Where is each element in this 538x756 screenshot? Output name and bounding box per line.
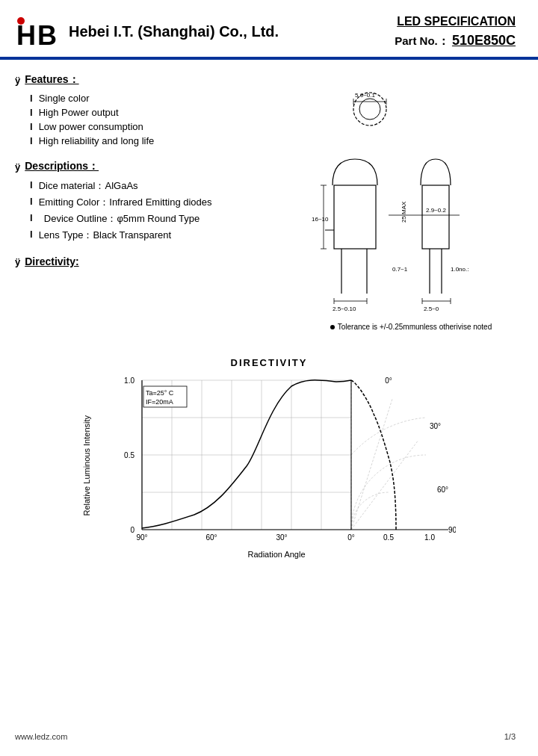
company-name: Hebei I.T. (Shanghai) Co., Ltd. (69, 23, 279, 40)
list-item: lLow power consumption (30, 121, 299, 132)
svg-text:5.6~0.1: 5.6~0.1 (355, 92, 375, 99)
svg-text:30°: 30° (430, 422, 441, 430)
svg-line-60 (351, 440, 418, 530)
directivity-title: Directivity: (25, 255, 78, 267)
left-column: ÿ Features： lSingle color lHigh Power ou… (15, 73, 306, 331)
features-section: ÿ Features： lSingle color lHigh Power ou… (15, 73, 299, 146)
descriptions-section: ÿ Descriptions： l Dice material：AlGaAs l… (15, 160, 299, 242)
list-item: l Dice material：AlGaAs (30, 179, 299, 193)
list-item: l Device Outline：φ5mm Round Type (30, 212, 299, 226)
chart-wrapper: Relative Luminous Intensity (82, 373, 456, 559)
list-item: l Emitting Color：Infrared Emitting diode… (30, 196, 299, 209)
desc-text: Device Outline：φ5mm Round Type (39, 212, 200, 226)
svg-text:0.5: 0.5 (383, 533, 394, 542)
descriptions-list: l Dice material：AlGaAs l Emitting Color：… (15, 179, 299, 242)
features-title: Features： (25, 73, 78, 87)
svg-text:90°: 90° (448, 526, 456, 534)
pipe-icon: l (30, 196, 33, 207)
list-item: lSingle color (30, 93, 299, 104)
part-label: Part No.： (395, 34, 449, 47)
svg-text:60°: 60° (437, 486, 448, 494)
y-axis-label: Relative Luminous Intensity (82, 415, 94, 516)
directivity-chart-svg: 1.0 0.5 0 90° 60° 30° 0° 0.5 1.0 0° 30° … (97, 373, 456, 545)
pipe-icon: l (30, 107, 33, 118)
pipe-icon: l (30, 179, 33, 190)
spec-title: LED SPECIFICATION (395, 15, 516, 28)
tolerance-note: Tolerance is +/-0.25mmunless otherivise … (330, 323, 492, 331)
footer-page: 1/3 (504, 732, 516, 741)
svg-text:B: B (37, 20, 57, 49)
header-divider (0, 58, 538, 60)
svg-text:90°: 90° (136, 533, 147, 542)
desc-text: Emitting Color：Infrared Emitting diodes (39, 196, 212, 209)
desc-text: Lens Type：Black Transparent (39, 229, 172, 242)
pipe-icon: l (30, 93, 33, 104)
svg-text:0.5: 0.5 (124, 451, 134, 459)
footer-website: www.ledz.com (15, 732, 67, 741)
descriptions-bullet: ÿ (15, 161, 20, 173)
features-header: ÿ Features： (15, 73, 299, 87)
x-axis-label: Radiation Angle (97, 550, 456, 559)
svg-rect-5 (334, 185, 376, 249)
logo-area: H B Hebei I.T. (Shanghai) Co., Ltd. (15, 13, 279, 49)
list-item: lHigh reliability and long life (30, 135, 299, 146)
svg-text:1.0no.:: 1.0no.: (451, 266, 469, 273)
pipe-icon: l (30, 229, 33, 240)
directivity-section: DIRECTIVITY Relative Luminous Intensity (0, 350, 538, 566)
feature-text: Single color (39, 93, 90, 104)
directivity-title-row: ÿ Directivity: (15, 255, 299, 267)
features-bullet: ÿ (15, 75, 20, 86)
svg-text:2.5~0.10: 2.5~0.10 (333, 306, 356, 312)
company-logo: H B (15, 13, 60, 49)
led-diagram-svg: 5.6~0.1 2.9~0.2 16~10 0.7~1 1.0no.: 25 M… (310, 81, 512, 320)
header: H B Hebei I.T. (Shanghai) Co., Ltd. LED … (0, 0, 538, 58)
svg-text:30°: 30° (276, 533, 287, 542)
feature-text: High Power output (39, 107, 119, 118)
svg-text:0.7~1: 0.7~1 (392, 266, 408, 273)
directivity-bullet: ÿ (15, 256, 20, 267)
list-item: l Lens Type：Black Transparent (30, 229, 299, 242)
svg-text:H: H (16, 20, 36, 49)
chart-title: DIRECTIVITY (231, 357, 308, 368)
svg-text:1.0: 1.0 (424, 533, 435, 542)
svg-rect-9 (422, 185, 449, 249)
part-number-line: Part No.： 510E850C (395, 33, 516, 49)
svg-text:2.5~0: 2.5~0 (424, 306, 439, 312)
svg-text:1.0: 1.0 (124, 377, 134, 385)
svg-text:16~10: 16~10 (312, 216, 329, 223)
svg-text:0: 0 (130, 526, 134, 534)
svg-text:2.9~0.2: 2.9~0.2 (426, 207, 446, 214)
descriptions-header: ÿ Descriptions： (15, 160, 299, 173)
feature-text: Low power consumption (39, 121, 143, 132)
svg-line-61 (351, 399, 392, 530)
svg-text:0°: 0° (385, 377, 392, 385)
pipe-icon: l (30, 212, 33, 223)
list-item: lHigh Power output (30, 107, 299, 118)
pipe-icon: l (30, 135, 33, 146)
chart-svg-area: 1.0 0.5 0 90° 60° 30° 0° 0.5 1.0 0° 30° … (97, 373, 456, 559)
part-number-value: 510E850C (452, 33, 516, 48)
footer: www.ledz.com 1/3 (0, 732, 538, 741)
chart-container: DIRECTIVITY Relative Luminous Intensity (15, 357, 523, 559)
features-list: lSingle color lHigh Power output lLow po… (15, 93, 299, 146)
svg-text:IF=20mA: IF=20mA (146, 398, 173, 406)
svg-text:60°: 60° (205, 533, 217, 542)
header-right: LED SPECIFICATION Part No.： 510E850C (395, 15, 516, 49)
tolerance-text: Tolerance is +/-0.25mmunless otherivise … (338, 323, 492, 331)
svg-text:Ta=25° C: Ta=25° C (146, 389, 174, 397)
pipe-icon: l (30, 121, 33, 132)
feature-text: High reliability and long life (39, 135, 155, 146)
desc-text: Dice material：AlGaAs (39, 179, 138, 193)
dot-bullet-icon (330, 325, 335, 329)
main-content: ÿ Features： lSingle color lHigh Power ou… (0, 66, 538, 346)
led-diagram: 5.6~0.1 2.9~0.2 16~10 0.7~1 1.0no.: 25 M… (310, 81, 512, 320)
svg-text:0°: 0° (347, 533, 355, 542)
descriptions-title: Descriptions： (25, 160, 99, 173)
svg-text:25 MAX: 25 MAX (401, 201, 407, 223)
right-column: 5.6~0.1 2.9~0.2 16~10 0.7~1 1.0no.: 25 M… (306, 73, 516, 331)
